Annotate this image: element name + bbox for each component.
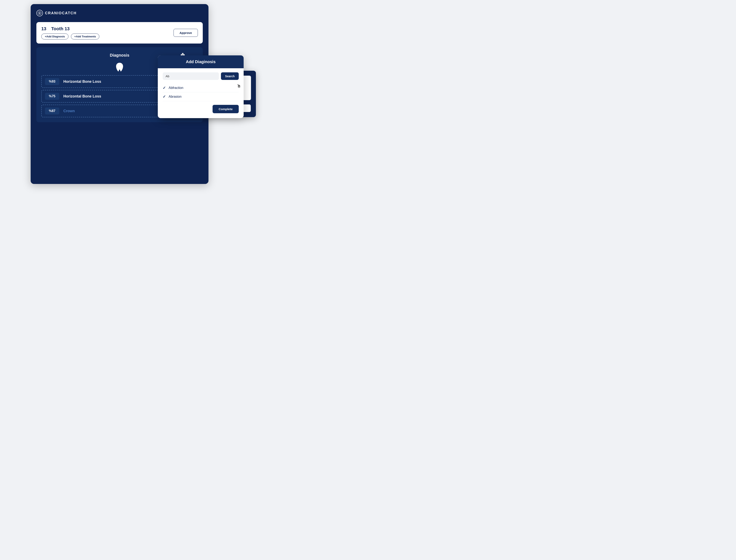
- logo-text: CranioCatch: [45, 11, 77, 15]
- diagnosis-label-3: Crown: [63, 109, 75, 113]
- confidence-badge-3: %87: [45, 108, 59, 114]
- add-diagnosis-modal: Add Diaginosis Search ✓ Abfraction ✓ Abr…: [158, 55, 244, 118]
- app-window: CranioCatch 13 Tooth 13 +Add Diagnosis +…: [31, 4, 208, 184]
- confidence-badge-2: %75: [45, 93, 59, 100]
- app-header: CranioCatch: [36, 10, 203, 16]
- option-label-abrasion: Abrasion: [169, 95, 181, 99]
- confidence-badge-1: %93: [45, 78, 59, 85]
- tooth-actions: +Add Diagnosis +Add Treatments: [41, 34, 99, 39]
- check-icon-abrasion: ✓: [163, 94, 166, 99]
- modal-title: Add Diaginosis: [158, 55, 244, 68]
- diagnosis-option-abfraction[interactable]: ✓ Abfraction: [163, 84, 239, 92]
- tooth-graphic: [114, 62, 125, 72]
- add-diagnosis-button[interactable]: +Add Diagnosis: [41, 34, 68, 39]
- modal-body: Search ✓ Abfraction ✓ Abrasion Complete: [158, 68, 244, 118]
- diagnosis-card: Diagnosis %93 Horizontal Bone Loss: [36, 47, 203, 122]
- search-button[interactable]: Search: [221, 72, 239, 80]
- approve-button[interactable]: Approve: [174, 29, 198, 37]
- logo-icon: [36, 10, 43, 16]
- option-label-abfraction: Abfraction: [169, 86, 183, 90]
- diagnosis-label-2: Horizontal Bone Loss: [63, 94, 101, 99]
- tooth-card-title-row: 13 Tooth 13: [41, 26, 99, 31]
- add-treatments-button[interactable]: +Add Treatments: [71, 34, 100, 39]
- tooth-number: 13: [41, 26, 46, 31]
- complete-button[interactable]: Complete: [213, 105, 239, 113]
- diagnosis-search-input[interactable]: [163, 72, 219, 80]
- search-row: Search: [163, 72, 239, 80]
- tooth-card-content: 13 Tooth 13 +Add Diagnosis +Add Treatmen…: [41, 26, 99, 39]
- tooth-card: 13 Tooth 13 +Add Diagnosis +Add Treatmen…: [36, 22, 203, 44]
- svg-point-2: [39, 12, 40, 14]
- diagnosis-label-1: Horizontal Bone Loss: [63, 80, 101, 84]
- diagnosis-option-abrasion[interactable]: ✓ Abrasion: [163, 92, 239, 101]
- tooth-name: Tooth 13: [51, 26, 69, 31]
- check-icon-abfraction: ✓: [163, 86, 166, 90]
- svg-point-4: [182, 53, 184, 55]
